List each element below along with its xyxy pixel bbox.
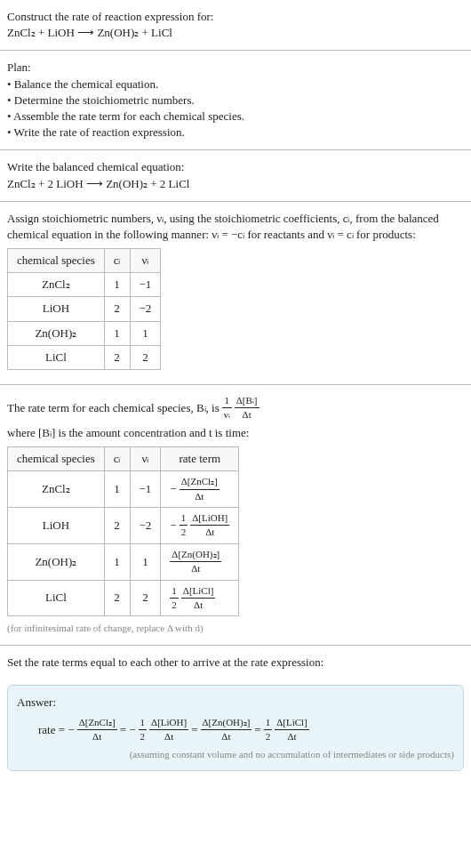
main-frac: Δ[Bᵢ]Δt (235, 394, 259, 422)
ans-term1: Δ[ZnCl₂]Δt (77, 716, 117, 744)
col-vi: νᵢ (130, 446, 161, 470)
prompt-title: Construct the rate of reaction expressio… (7, 9, 464, 25)
plan-bullet: • Assemble the rate term for each chemic… (7, 108, 464, 125)
balanced-block: Write the balanced chemical equation: Zn… (0, 150, 471, 200)
rate-intro: The rate term for each chemical species,… (7, 394, 464, 441)
table-row: LiOH2−2 (8, 297, 161, 321)
cell-vi: −2 (130, 507, 161, 543)
ans-lead: rate = − (38, 722, 75, 738)
plan-bullet: • Balance the chemical equation. (7, 76, 464, 92)
set-title: Set the rate terms equal to each other t… (7, 655, 464, 671)
cell-vi: −1 (130, 273, 161, 297)
cell-ci: 2 (104, 580, 130, 616)
rate-note: (for infinitesimal rate of change, repla… (7, 622, 464, 635)
prompt-eq: ZnCl₂ + LiOH ⟶ Zn(OH)₂ + LiCl (7, 25, 464, 41)
stoich-intro: Assign stoichiometric numbers, νᵢ, using… (7, 211, 464, 243)
table-row: Zn(OH)₂11 (8, 321, 161, 345)
cell-rate: −Δ[ZnCl₂]Δt (161, 471, 239, 508)
table-row: LiCl22 (8, 345, 161, 369)
col-ci: cᵢ (104, 249, 130, 273)
cell-species: Zn(OH)₂ (8, 543, 105, 580)
set-block: Set the rate terms equal to each other t… (0, 646, 471, 679)
cell-species: LiCl (8, 345, 105, 369)
rate-intro-b: where [Bᵢ] is the amount concentration a… (7, 425, 249, 441)
cell-ci: 1 (104, 321, 130, 345)
answer-note: (assuming constant volume and no accumul… (17, 748, 454, 761)
col-vi: νᵢ (130, 249, 161, 273)
coef-frac: 1νᵢ (222, 394, 232, 422)
table-header: chemical species cᵢ νᵢ (8, 249, 161, 273)
cell-species: Zn(OH)₂ (8, 321, 105, 345)
cell-vi: 1 (130, 321, 161, 345)
cell-rate: −12Δ[LiOH]Δt (161, 507, 239, 543)
table-row: ZnCl₂1−1 −Δ[ZnCl₂]Δt (8, 471, 239, 508)
cell-rate: 12Δ[LiCl]Δt (161, 580, 239, 616)
plan-title: Plan: (7, 60, 464, 76)
cell-species: ZnCl₂ (8, 273, 105, 297)
table-row: ZnCl₂1−1 (8, 273, 161, 297)
col-species: chemical species (8, 249, 105, 273)
cell-vi: 2 (130, 345, 161, 369)
cell-ci: 2 (104, 297, 130, 321)
col-ci: cᵢ (104, 446, 130, 470)
plan-bullet: • Write the rate of reaction expression. (7, 125, 464, 141)
cell-species: LiOH (8, 297, 105, 321)
cell-ci: 2 (104, 507, 130, 543)
cell-ci: 1 (104, 273, 130, 297)
stoich-table: chemical species cᵢ νᵢ ZnCl₂1−1 LiOH2−2 … (7, 248, 161, 370)
cell-vi: −2 (130, 297, 161, 321)
rate-block: The rate term for each chemical species,… (0, 385, 471, 645)
ans-eq: = − (120, 722, 136, 738)
ans-coef4: 12 (264, 716, 273, 744)
cell-rate: Δ[Zn(OH)₂]Δt (161, 543, 239, 580)
cell-species: LiCl (8, 580, 105, 616)
rate-table: chemical species cᵢ νᵢ rate term ZnCl₂1−… (7, 446, 239, 616)
table-row: Zn(OH)₂11 Δ[Zn(OH)₂]Δt (8, 543, 239, 580)
cell-vi: 1 (130, 543, 161, 580)
cell-ci: 1 (104, 543, 130, 580)
table-row: LiCl22 12Δ[LiCl]Δt (8, 580, 239, 616)
cell-species: ZnCl₂ (8, 471, 105, 508)
cell-vi: 2 (130, 580, 161, 616)
cell-ci: 2 (104, 345, 130, 369)
balanced-title: Write the balanced chemical equation: (7, 159, 464, 175)
ans-term3: Δ[Zn(OH)₂]Δt (201, 716, 252, 744)
ans-eq: = (191, 722, 197, 738)
ans-term2: Δ[LiOH]Δt (149, 716, 188, 744)
prompt-block: Construct the rate of reaction expressio… (0, 0, 471, 50)
col-species: chemical species (8, 446, 105, 470)
stoich-block: Assign stoichiometric numbers, νᵢ, using… (0, 202, 471, 384)
rate-intro-a: The rate term for each chemical species,… (7, 400, 220, 416)
ans-coef2: 12 (139, 716, 148, 744)
answer-title: Answer: (17, 695, 454, 711)
cell-vi: −1 (130, 471, 161, 508)
answer-expression: rate = − Δ[ZnCl₂]Δt = − 12 Δ[LiOH]Δt = Δ… (17, 711, 454, 748)
cell-species: LiOH (8, 507, 105, 543)
answer-box: Answer: rate = − Δ[ZnCl₂]Δt = − 12 Δ[LiO… (7, 685, 464, 771)
plan-bullet: • Determine the stoichiometric numbers. (7, 92, 464, 108)
ans-term4: Δ[LiCl]Δt (275, 716, 309, 744)
ans-eq: = (254, 722, 260, 738)
balanced-eq: ZnCl₂ + 2 LiOH ⟶ Zn(OH)₂ + 2 LiCl (7, 176, 464, 192)
cell-ci: 1 (104, 471, 130, 508)
table-row: LiOH2−2 −12Δ[LiOH]Δt (8, 507, 239, 543)
plan-block: Plan: • Balance the chemical equation. •… (0, 51, 471, 149)
table-header: chemical species cᵢ νᵢ rate term (8, 446, 239, 470)
col-rate: rate term (161, 446, 239, 470)
